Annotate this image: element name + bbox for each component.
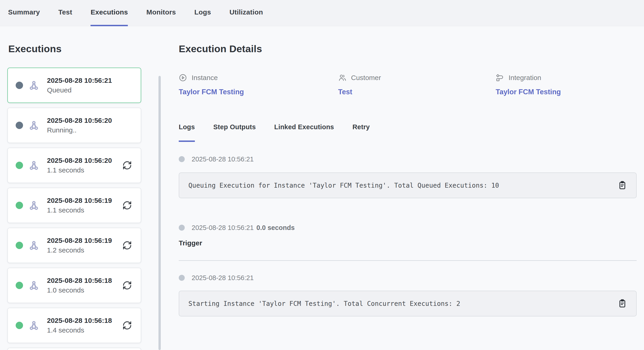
status-dot-success [16,242,23,249]
refresh-icon [122,321,132,330]
workflow-icon [28,280,39,291]
retry-execution-button[interactable] [122,160,133,171]
status-dot-running [16,122,23,129]
log-entry-header: 2025-08-28 10:56:21 [179,273,254,282]
tab-retry[interactable]: Retry [352,123,370,142]
retry-execution-button[interactable] [122,320,133,331]
execution-time: 2025-08-28 10:56:18 [47,317,112,325]
workflow-icon [28,160,39,171]
log-timestamp: 2025-08-28 10:56:21 [192,156,254,163]
timeline-dot [179,275,185,281]
status-dot-queued [16,82,23,89]
execution-card[interactable]: 2025-08-28 10:56:19 1.1 seconds [7,188,141,223]
execution-details-title: Execution Details [179,43,262,54]
workflow-icon [28,240,39,251]
log-duration: 0.0 seconds [256,224,294,232]
refresh-icon [122,200,132,210]
log-message: Queuing Execution for Instance 'Taylor F… [188,182,499,189]
retry-execution-button[interactable] [122,200,133,211]
timeline-dot [179,156,185,162]
execution-time: 2025-08-28 10:56:20 [47,157,112,165]
top-nav: Summary Test Executions Monitors Logs Ut… [0,0,644,26]
execution-card[interactable]: 2025-08-28 10:56:21 Queued [7,68,141,103]
instance-label: Instance [192,74,218,82]
tab-step-outputs[interactable]: Step Outputs [213,123,256,142]
execution-status: 1.0 seconds [47,286,112,294]
executions-list-title: Executions [8,43,62,54]
details-tab-bar: Logs Step Outputs Linked Executions Retr… [179,123,370,142]
tab-test[interactable]: Test [58,0,72,26]
list-scrollbar[interactable] [158,76,161,350]
status-dot-success [16,162,23,169]
execution-status: 1.2 seconds [47,246,112,254]
execution-card[interactable]: 2025-08-28 10:56:18 1.0 seconds [7,268,141,303]
workflow-icon [28,120,39,131]
execution-status: 1.4 seconds [47,326,112,334]
integration-link[interactable]: Taylor FCM Testing [496,88,561,96]
workflow-icon [28,320,39,331]
log-timestamp: 2025-08-28 10:56:21 [192,274,254,282]
log-entry-header: 2025-08-28 10:56:21 [179,155,254,164]
log-message-box: Starting Instance 'Taylor FCM Testing'. … [179,291,637,317]
tab-logs[interactable]: Logs [179,123,195,142]
copy-log-button[interactable] [617,180,628,191]
log-timestamp: 2025-08-28 10:56:21 [192,224,254,232]
instance-link[interactable]: Taylor FCM Testing [179,88,244,96]
execution-time: 2025-08-28 10:56:18 [47,277,112,284]
play-circle-icon [179,74,187,82]
step-name: Trigger [179,239,202,247]
clipboard-icon [618,299,627,308]
execution-card[interactable]: 2025-08-28 10:56:19 1.2 seconds [7,228,141,263]
workflow-icon [28,200,39,211]
field-instance: Instance Taylor FCM Testing [179,73,244,96]
status-dot-success [16,282,23,289]
tab-utilization[interactable]: Utilization [230,0,263,26]
clipboard-icon [618,181,627,190]
customer-label: Customer [351,74,381,82]
execution-status: Running.. [47,126,112,134]
refresh-icon [122,161,132,170]
copy-log-button[interactable] [617,298,628,309]
log-message: Starting Instance 'Taylor FCM Testing'. … [188,300,460,308]
log-message-box: Queuing Execution for Instance 'Taylor F… [179,173,637,198]
execution-card[interactable] [7,348,141,350]
tab-linked-executions[interactable]: Linked Executions [274,123,334,142]
field-integration: Integration Taylor FCM Testing [496,73,561,96]
route-icon [496,74,504,82]
refresh-icon [122,281,132,290]
executions-list: 2025-08-28 10:56:21 Queued 2025-08-28 10… [7,68,141,350]
execution-card[interactable]: 2025-08-28 10:56:18 1.4 seconds [7,308,141,343]
field-customer: Customer Test [338,73,381,96]
customer-link[interactable]: Test [338,88,352,96]
workflow-icon [28,80,39,91]
execution-status: 1.1 seconds [47,206,112,214]
execution-time: 2025-08-28 10:56:20 [47,117,112,124]
execution-status: Queued [47,86,112,94]
tab-executions[interactable]: Executions [90,0,128,26]
tab-summary[interactable]: Summary [8,0,40,26]
tab-monitors[interactable]: Monitors [146,0,176,26]
status-dot-success [16,322,23,329]
refresh-icon [122,241,132,250]
execution-status: 1.1 seconds [47,166,112,174]
retry-execution-button[interactable] [122,280,133,291]
execution-card[interactable]: 2025-08-28 10:56:20 Running.. [7,108,141,143]
users-icon [338,74,346,82]
execution-time: 2025-08-28 10:56:21 [47,77,112,84]
execution-card[interactable]: 2025-08-28 10:56:20 1.1 seconds [7,148,141,183]
execution-page: Summary Test Executions Monitors Logs Ut… [0,0,644,350]
section-divider [179,260,637,261]
status-dot-success [16,202,23,209]
execution-time: 2025-08-28 10:56:19 [47,197,112,204]
integration-label: Integration [508,74,541,82]
retry-execution-button[interactable] [122,240,133,251]
tab-logs[interactable]: Logs [194,0,211,26]
timeline-dot [179,225,185,231]
execution-time: 2025-08-28 10:56:19 [47,237,112,244]
log-entry-header: 2025-08-28 10:56:21 0.0 seconds [179,223,294,232]
